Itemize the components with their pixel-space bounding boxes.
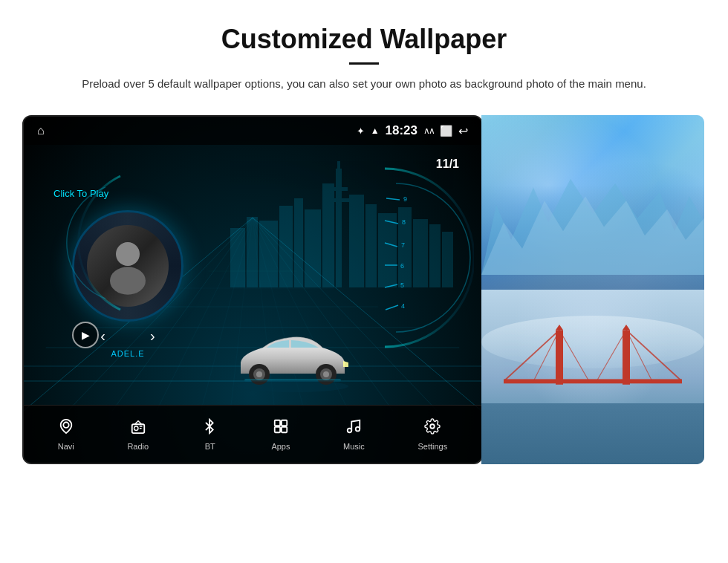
- page-header: Customized Wallpaper Preload over 5 defa…: [0, 0, 728, 102]
- page-subtitle: Preload over 5 default wallpaper options…: [59, 75, 669, 93]
- wallpaper-photo-ice: [481, 115, 704, 290]
- title-divider: [349, 62, 379, 65]
- navi-icon: [58, 418, 74, 439]
- bottom-nav: Navi Radio: [24, 405, 481, 463]
- content-area: ⌂ ✦ ▲ 18:23 ∧∧ ⬜ ↩ Click To Play: [0, 102, 728, 464]
- svg-point-40: [256, 371, 262, 377]
- svg-text:7: 7: [401, 241, 405, 249]
- wallpaper-photo-bridge: [481, 290, 704, 464]
- window-icon: ⬜: [440, 125, 452, 137]
- svg-text:4: 4: [401, 302, 405, 310]
- bt-icon: [202, 418, 218, 439]
- home-icon: ⌂: [37, 124, 45, 137]
- page-title: Customized Wallpaper: [45, 24, 683, 55]
- svg-rect-26: [336, 169, 342, 287]
- svg-rect-64: [275, 420, 280, 425]
- svg-line-75: [533, 330, 559, 381]
- svg-point-61: [134, 426, 138, 431]
- signal-icon: ▲: [371, 126, 380, 136]
- radio-label: Radio: [127, 442, 149, 451]
- svg-line-78: [626, 330, 652, 381]
- svg-line-52: [386, 305, 398, 310]
- svg-rect-71: [504, 379, 682, 383]
- svg-line-74: [504, 330, 559, 381]
- tachometer-right: 9 8 7 6 5 4: [377, 161, 474, 354]
- nav-item-bt[interactable]: BT: [202, 418, 218, 451]
- svg-rect-19: [230, 228, 245, 287]
- status-right-icons: ✦ ▲ 18:23 ∧∧ ⬜ ↩: [357, 123, 468, 138]
- svg-point-69: [356, 426, 360, 431]
- bridge-water: [481, 403, 704, 464]
- svg-text:8: 8: [402, 218, 406, 226]
- svg-point-68: [348, 428, 352, 432]
- svg-line-77: [597, 330, 626, 381]
- svg-point-70: [431, 424, 435, 429]
- apps-icon: [273, 418, 289, 439]
- bluetooth-icon: ✦: [357, 126, 365, 137]
- prev-track-button[interactable]: ‹: [100, 328, 105, 345]
- expand-icon: ∧∧: [423, 126, 434, 136]
- svg-rect-66: [275, 426, 280, 432]
- photos-stack: [481, 115, 704, 464]
- svg-line-76: [559, 330, 589, 381]
- settings-icon: [424, 418, 441, 439]
- svg-rect-72: [556, 330, 563, 384]
- car-image: [226, 333, 360, 392]
- status-bar: ⌂ ✦ ▲ 18:23 ∧∧ ⬜ ↩: [24, 117, 481, 145]
- svg-point-43: [323, 371, 329, 377]
- next-track-button[interactable]: ›: [150, 328, 155, 345]
- nav-item-navi[interactable]: Navi: [58, 418, 74, 451]
- svg-text:5: 5: [400, 282, 404, 289]
- apps-label: Apps: [271, 442, 290, 451]
- tachometer-left: [31, 169, 128, 317]
- svg-rect-21: [259, 221, 278, 287]
- nav-item-settings[interactable]: Settings: [417, 418, 447, 451]
- svg-line-79: [626, 330, 682, 381]
- artist-name: ADEL.E: [111, 349, 144, 358]
- status-time: 18:23: [386, 123, 417, 138]
- music-label: Music: [343, 442, 365, 451]
- svg-rect-29: [327, 187, 348, 191]
- svg-text:6: 6: [400, 262, 404, 270]
- svg-rect-73: [623, 330, 630, 384]
- svg-rect-65: [282, 420, 287, 425]
- radio-icon: [130, 418, 146, 439]
- svg-line-47: [386, 198, 400, 200]
- car-screen: ⌂ ✦ ▲ 18:23 ∧∧ ⬜ ↩ Click To Play: [22, 115, 483, 464]
- svg-line-51: [385, 284, 397, 287]
- svg-rect-44: [244, 379, 341, 382]
- bridge-photo-bg: [481, 290, 704, 464]
- svg-rect-22: [279, 206, 293, 287]
- svg-rect-28: [322, 198, 352, 202]
- nav-item-apps[interactable]: Apps: [271, 418, 290, 451]
- svg-line-49: [385, 243, 397, 247]
- nav-item-music[interactable]: Music: [343, 418, 365, 451]
- nav-item-radio[interactable]: Radio: [127, 418, 149, 451]
- svg-rect-31: [365, 204, 377, 287]
- music-icon: [345, 418, 362, 439]
- svg-rect-30: [349, 195, 364, 287]
- settings-label: Settings: [417, 442, 447, 451]
- svg-rect-23: [294, 198, 303, 287]
- svg-rect-24: [305, 209, 321, 287]
- svg-rect-20: [247, 217, 258, 287]
- ice-photo-bg: [481, 115, 704, 290]
- svg-rect-67: [282, 426, 287, 432]
- svg-rect-27: [337, 161, 340, 172]
- back-icon: ↩: [458, 124, 468, 138]
- svg-text:9: 9: [403, 195, 407, 203]
- svg-line-48: [385, 221, 398, 224]
- navi-label: Navi: [58, 442, 74, 451]
- svg-point-59: [63, 422, 68, 427]
- play-button[interactable]: ▶: [72, 322, 99, 348]
- track-navigation: ‹ ›: [100, 328, 155, 345]
- bt-label: BT: [205, 442, 215, 451]
